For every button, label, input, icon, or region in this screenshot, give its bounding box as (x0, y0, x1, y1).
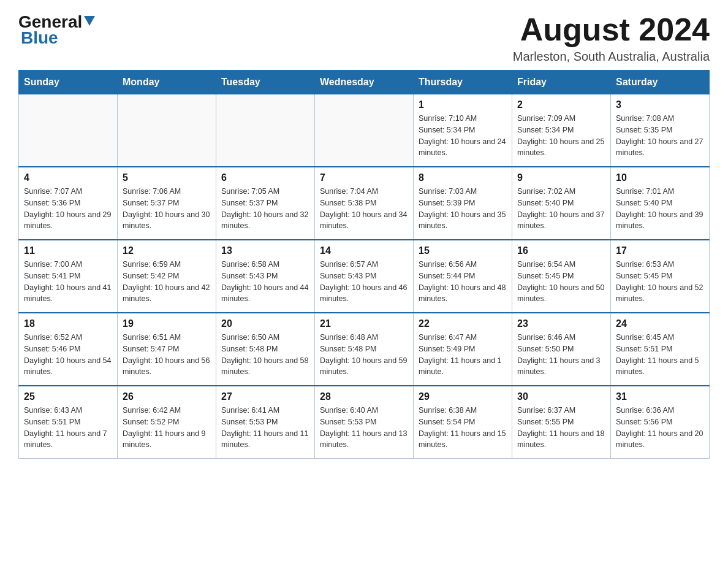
calendar-cell: 7Sunrise: 7:04 AM Sunset: 5:38 PM Daylig… (315, 167, 414, 240)
calendar-header-row: SundayMondayTuesdayWednesdayThursdayFrid… (19, 71, 710, 94)
logo-arrow-icon (84, 16, 95, 26)
day-number: 14 (320, 245, 408, 256)
day-number: 1 (419, 99, 507, 110)
day-info: Sunrise: 6:52 AM Sunset: 5:46 PM Dayligh… (24, 332, 112, 378)
calendar-cell: 13Sunrise: 6:58 AM Sunset: 5:43 PM Dayli… (216, 240, 315, 313)
week-row-5: 25Sunrise: 6:43 AM Sunset: 5:51 PM Dayli… (19, 386, 710, 459)
day-info: Sunrise: 7:00 AM Sunset: 5:41 PM Dayligh… (24, 259, 112, 305)
day-info: Sunrise: 7:09 AM Sunset: 5:34 PM Dayligh… (517, 113, 605, 159)
day-number: 30 (517, 391, 605, 402)
calendar-cell: 21Sunrise: 6:48 AM Sunset: 5:48 PM Dayli… (315, 313, 414, 386)
location-text: Marleston, South Australia, Australia (513, 50, 710, 64)
calendar-cell: 30Sunrise: 6:37 AM Sunset: 5:55 PM Dayli… (512, 386, 611, 459)
calendar-cell: 5Sunrise: 7:06 AM Sunset: 5:37 PM Daylig… (118, 167, 216, 240)
day-info: Sunrise: 6:48 AM Sunset: 5:48 PM Dayligh… (320, 332, 408, 378)
day-number: 25 (24, 391, 112, 402)
month-title: August 2024 (513, 12, 710, 47)
day-number: 22 (419, 318, 507, 329)
calendar-cell: 15Sunrise: 6:56 AM Sunset: 5:44 PM Dayli… (414, 240, 512, 313)
day-number: 4 (24, 172, 112, 183)
calendar-cell: 2Sunrise: 7:09 AM Sunset: 5:34 PM Daylig… (512, 94, 611, 167)
calendar-cell: 11Sunrise: 7:00 AM Sunset: 5:41 PM Dayli… (19, 240, 118, 313)
day-number: 6 (221, 172, 309, 183)
day-number: 3 (616, 99, 704, 110)
day-info: Sunrise: 6:41 AM Sunset: 5:53 PM Dayligh… (221, 405, 309, 451)
calendar-cell (19, 94, 118, 167)
header-wednesday: Wednesday (315, 71, 414, 94)
calendar-cell: 20Sunrise: 6:50 AM Sunset: 5:48 PM Dayli… (216, 313, 315, 386)
week-row-2: 4Sunrise: 7:07 AM Sunset: 5:36 PM Daylig… (19, 167, 710, 240)
day-info: Sunrise: 6:40 AM Sunset: 5:53 PM Dayligh… (320, 405, 408, 451)
day-number: 21 (320, 318, 408, 329)
header-sunday: Sunday (19, 71, 118, 94)
day-info: Sunrise: 7:04 AM Sunset: 5:38 PM Dayligh… (320, 186, 408, 232)
calendar-table: SundayMondayTuesdayWednesdayThursdayFrid… (18, 70, 710, 459)
calendar-cell: 25Sunrise: 6:43 AM Sunset: 5:51 PM Dayli… (19, 386, 118, 459)
page-header: General Blue August 2024 Marleston, Sout… (18, 12, 710, 64)
day-info: Sunrise: 7:05 AM Sunset: 5:37 PM Dayligh… (221, 186, 309, 232)
day-number: 29 (419, 391, 507, 402)
day-info: Sunrise: 6:47 AM Sunset: 5:49 PM Dayligh… (419, 332, 507, 378)
day-info: Sunrise: 7:03 AM Sunset: 5:39 PM Dayligh… (419, 186, 507, 232)
day-info: Sunrise: 6:53 AM Sunset: 5:45 PM Dayligh… (616, 259, 704, 305)
day-number: 5 (123, 172, 211, 183)
logo-blue-text: Blue (21, 28, 58, 48)
calendar-cell (216, 94, 315, 167)
title-block: August 2024 Marleston, South Australia, … (513, 12, 710, 64)
calendar-cell (315, 94, 414, 167)
week-row-3: 11Sunrise: 7:00 AM Sunset: 5:41 PM Dayli… (19, 240, 710, 313)
day-number: 9 (517, 172, 605, 183)
day-number: 15 (419, 245, 507, 256)
day-info: Sunrise: 7:10 AM Sunset: 5:34 PM Dayligh… (419, 113, 507, 159)
day-number: 20 (221, 318, 309, 329)
week-row-1: 1Sunrise: 7:10 AM Sunset: 5:34 PM Daylig… (19, 94, 710, 167)
day-info: Sunrise: 6:43 AM Sunset: 5:51 PM Dayligh… (24, 405, 112, 451)
day-info: Sunrise: 6:45 AM Sunset: 5:51 PM Dayligh… (616, 332, 704, 378)
calendar-cell: 16Sunrise: 6:54 AM Sunset: 5:45 PM Dayli… (512, 240, 611, 313)
day-info: Sunrise: 6:36 AM Sunset: 5:56 PM Dayligh… (616, 405, 704, 451)
day-number: 16 (517, 245, 605, 256)
calendar-cell: 27Sunrise: 6:41 AM Sunset: 5:53 PM Dayli… (216, 386, 315, 459)
day-number: 8 (419, 172, 507, 183)
calendar-cell: 9Sunrise: 7:02 AM Sunset: 5:40 PM Daylig… (512, 167, 611, 240)
day-info: Sunrise: 6:37 AM Sunset: 5:55 PM Dayligh… (517, 405, 605, 451)
header-saturday: Saturday (611, 71, 710, 94)
day-info: Sunrise: 6:51 AM Sunset: 5:47 PM Dayligh… (123, 332, 211, 378)
day-info: Sunrise: 7:07 AM Sunset: 5:36 PM Dayligh… (24, 186, 112, 232)
calendar-cell: 22Sunrise: 6:47 AM Sunset: 5:49 PM Dayli… (414, 313, 512, 386)
day-number: 28 (320, 391, 408, 402)
day-number: 26 (123, 391, 211, 402)
day-info: Sunrise: 6:56 AM Sunset: 5:44 PM Dayligh… (419, 259, 507, 305)
header-friday: Friday (512, 71, 611, 94)
calendar-cell: 19Sunrise: 6:51 AM Sunset: 5:47 PM Dayli… (118, 313, 216, 386)
day-number: 13 (221, 245, 309, 256)
calendar-cell: 18Sunrise: 6:52 AM Sunset: 5:46 PM Dayli… (19, 313, 118, 386)
calendar-cell: 24Sunrise: 6:45 AM Sunset: 5:51 PM Dayli… (611, 313, 710, 386)
day-number: 31 (616, 391, 704, 402)
calendar-cell: 23Sunrise: 6:46 AM Sunset: 5:50 PM Dayli… (512, 313, 611, 386)
calendar-cell: 26Sunrise: 6:42 AM Sunset: 5:52 PM Dayli… (118, 386, 216, 459)
calendar-cell: 12Sunrise: 6:59 AM Sunset: 5:42 PM Dayli… (118, 240, 216, 313)
day-info: Sunrise: 6:57 AM Sunset: 5:43 PM Dayligh… (320, 259, 408, 305)
calendar-cell: 4Sunrise: 7:07 AM Sunset: 5:36 PM Daylig… (19, 167, 118, 240)
day-info: Sunrise: 7:08 AM Sunset: 5:35 PM Dayligh… (616, 113, 704, 159)
day-number: 11 (24, 245, 112, 256)
calendar-cell: 8Sunrise: 7:03 AM Sunset: 5:39 PM Daylig… (414, 167, 512, 240)
day-number: 23 (517, 318, 605, 329)
day-info: Sunrise: 6:38 AM Sunset: 5:54 PM Dayligh… (419, 405, 507, 451)
calendar-cell: 31Sunrise: 6:36 AM Sunset: 5:56 PM Dayli… (611, 386, 710, 459)
calendar-cell: 10Sunrise: 7:01 AM Sunset: 5:40 PM Dayli… (611, 167, 710, 240)
day-info: Sunrise: 6:58 AM Sunset: 5:43 PM Dayligh… (221, 259, 309, 305)
header-tuesday: Tuesday (216, 71, 315, 94)
calendar-cell: 28Sunrise: 6:40 AM Sunset: 5:53 PM Dayli… (315, 386, 414, 459)
calendar-cell: 1Sunrise: 7:10 AM Sunset: 5:34 PM Daylig… (414, 94, 512, 167)
calendar-cell: 3Sunrise: 7:08 AM Sunset: 5:35 PM Daylig… (611, 94, 710, 167)
day-number: 18 (24, 318, 112, 329)
day-number: 19 (123, 318, 211, 329)
header-thursday: Thursday (414, 71, 512, 94)
day-number: 10 (616, 172, 704, 183)
day-info: Sunrise: 7:01 AM Sunset: 5:40 PM Dayligh… (616, 186, 704, 232)
day-info: Sunrise: 7:06 AM Sunset: 5:37 PM Dayligh… (123, 186, 211, 232)
day-info: Sunrise: 6:42 AM Sunset: 5:52 PM Dayligh… (123, 405, 211, 451)
calendar-cell: 17Sunrise: 6:53 AM Sunset: 5:45 PM Dayli… (611, 240, 710, 313)
